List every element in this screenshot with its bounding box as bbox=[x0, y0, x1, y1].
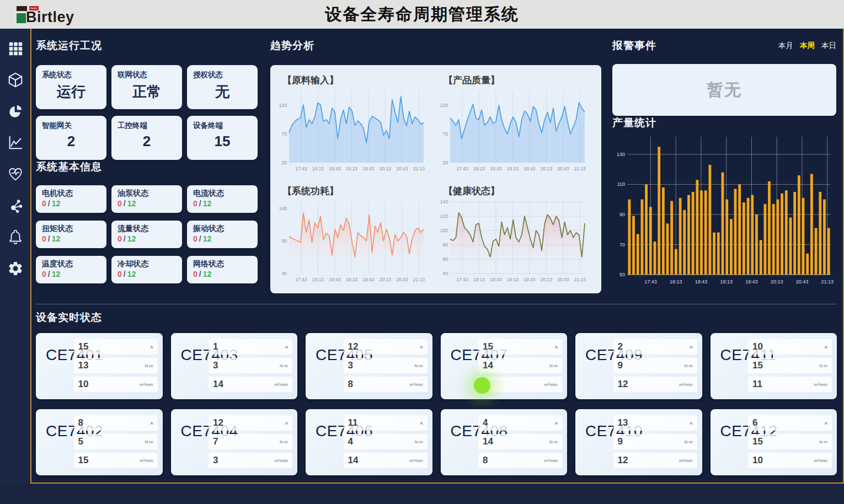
device-current-row: 12A bbox=[209, 415, 292, 431]
device-current-value: 15 bbox=[483, 341, 493, 352]
count-separator: / bbox=[46, 234, 52, 243]
device-torque-unit: N·m bbox=[549, 439, 558, 444]
device-flow-unit: m³/min bbox=[140, 382, 153, 387]
svg-text:19:13: 19:13 bbox=[346, 166, 358, 171]
device-current-unit: A bbox=[420, 421, 423, 426]
device-card-CE7406[interactable]: CE7406 11A 4N·m 14m³/min bbox=[306, 409, 432, 475]
sidebar-item-health-pulse[interactable] bbox=[7, 167, 24, 184]
device-values: 13A 9N·m 12m³/min bbox=[613, 415, 697, 471]
device-current-unit: A bbox=[150, 345, 153, 350]
status-card-3: 智能网关 2 bbox=[36, 116, 106, 160]
device-torque-row: 14N·m bbox=[478, 434, 562, 449]
svg-text:18:43: 18:43 bbox=[329, 166, 341, 171]
device-values: 2A 9N·m 12m³/min bbox=[613, 339, 697, 395]
sidebar-item-line-chart[interactable] bbox=[7, 135, 24, 153]
svg-text:20:13: 20:13 bbox=[380, 277, 392, 282]
info-card-label: 电流状态 bbox=[193, 189, 252, 199]
device-current-unit: A bbox=[285, 345, 288, 350]
production-bar bbox=[772, 204, 775, 275]
total-count: 12 bbox=[52, 270, 61, 278]
device-card-CE7405[interactable]: CE7405 12A 3N·m 8m³/min bbox=[306, 333, 432, 399]
svg-text:20:13: 20:13 bbox=[541, 277, 553, 282]
sidebar-item-molecule[interactable] bbox=[7, 198, 24, 216]
sidebar-item-bell[interactable] bbox=[7, 229, 24, 247]
device-values: 1A 3N·m 14m³/min bbox=[209, 339, 292, 395]
production-bar bbox=[632, 216, 635, 275]
right-column: 报警事件 本月本周本日 暂无 产量统计 13011090705017:4318:… bbox=[612, 39, 836, 289]
device-card-CE7407[interactable]: CE7407 15A 14N·m 3m³/min bbox=[441, 333, 568, 399]
production-bar bbox=[734, 189, 737, 275]
alarm-empty-card: 暂无 bbox=[612, 64, 836, 116]
production-bar bbox=[764, 204, 767, 275]
section-title-alarm: 报警事件 bbox=[612, 39, 656, 53]
device-current-value: 10 bbox=[752, 341, 763, 352]
production-bar bbox=[628, 200, 631, 275]
info-card-label: 冷却状态 bbox=[117, 259, 176, 269]
device-flow-value: 12 bbox=[618, 379, 628, 390]
device-card-CE7402[interactable]: CE7402 8A 5N·m 15m³/min bbox=[36, 409, 163, 475]
section-title-devices: 设备实时状态 bbox=[36, 310, 837, 325]
info-card-counts: 0/12 bbox=[193, 234, 252, 243]
sidebar-item-gear[interactable] bbox=[7, 261, 24, 278]
svg-text:17:43: 17:43 bbox=[644, 279, 657, 285]
device-card-CE7412[interactable]: CE7412 6A 15N·m 10m³/min bbox=[711, 409, 837, 475]
svg-text:140: 140 bbox=[440, 199, 448, 205]
status-card-value: 15 bbox=[193, 133, 252, 150]
device-card-CE7403[interactable]: CE7403 1A 3N·m 14m³/min bbox=[171, 333, 298, 399]
svg-text:40: 40 bbox=[282, 271, 287, 276]
alarm-period-tabs: 本月本周本日 bbox=[778, 41, 836, 51]
device-current-row: 6A bbox=[748, 415, 832, 431]
device-flow-row: 12m³/min bbox=[613, 453, 697, 468]
page-title: 设备全寿命周期管理系统 bbox=[0, 3, 844, 26]
sidebar-item-cube[interactable] bbox=[7, 72, 24, 90]
svg-text:120: 120 bbox=[440, 213, 448, 219]
device-flow-row: 15m³/min bbox=[74, 453, 158, 468]
device-card-CE7404[interactable]: CE7404 12A 7N·m 3m³/min bbox=[171, 409, 298, 475]
trend-chart-raw-input: 【原料输入】 120702017:4318:1318:4319:1319:432… bbox=[275, 68, 436, 179]
production-bar bbox=[806, 254, 809, 275]
device-values: 10A 15N·m 11m³/min bbox=[748, 339, 832, 395]
device-torque-unit: N·m bbox=[549, 363, 558, 368]
status-card-label: 系统状态 bbox=[42, 70, 100, 80]
svg-text:21:13: 21:13 bbox=[413, 277, 425, 282]
trend-chart-health-status: 【健康状态】 14012010080604017:4318:1318:4319:… bbox=[436, 179, 597, 290]
device-card-CE7409[interactable]: CE7409 2A 9N·m 12m³/min bbox=[575, 333, 702, 399]
sidebar-item-pie-chart[interactable] bbox=[7, 104, 24, 121]
total-count: 12 bbox=[203, 234, 212, 243]
device-flow-row: 14m³/min bbox=[344, 453, 428, 468]
device-card-CE7411[interactable]: CE7411 10A 15N·m 11m³/min bbox=[711, 333, 837, 399]
production-bar bbox=[823, 200, 826, 275]
info-card-1: 油泵状态 0/12 bbox=[111, 185, 182, 213]
svg-text:21:13: 21:13 bbox=[821, 279, 834, 285]
sidebar-item-apps-grid[interactable] bbox=[7, 41, 24, 58]
status-card-value: 无 bbox=[193, 82, 252, 101]
device-current-unit: A bbox=[690, 345, 692, 350]
device-card-CE7401[interactable]: CE7401 15A 13N·m 10m³/min bbox=[36, 333, 163, 399]
device-values: 8A 5N·m 15m³/min bbox=[74, 415, 158, 471]
status-card-value: 2 bbox=[117, 133, 176, 150]
section-title-basic-info: 系统基本信息 bbox=[36, 160, 263, 174]
device-card-CE7410[interactable]: CE7410 13A 9N·m 12m³/min bbox=[575, 409, 702, 475]
info-card-6: 温度状态 0/12 bbox=[36, 256, 106, 283]
svg-text:140: 140 bbox=[279, 206, 287, 211]
alarm-tab-本月[interactable]: 本月 bbox=[778, 41, 793, 51]
svg-text:21:13: 21:13 bbox=[574, 277, 586, 282]
device-torque-row: 14N·m bbox=[478, 358, 562, 373]
device-flow-unit: m³/min bbox=[814, 458, 827, 463]
production-bar bbox=[781, 194, 783, 275]
device-torque-value: 3 bbox=[213, 360, 218, 371]
device-flow-unit: m³/min bbox=[409, 458, 423, 463]
production-bar bbox=[810, 174, 813, 275]
device-torque-unit: N·m bbox=[819, 363, 827, 368]
device-card-CE7408[interactable]: CE7408 4A 14N·m 8m³/min bbox=[441, 409, 568, 475]
info-card-label: 扭矩状态 bbox=[42, 224, 100, 234]
device-current-row: 10A bbox=[748, 339, 832, 355]
alarm-empty-text: 暂无 bbox=[707, 79, 742, 101]
info-card-counts: 0/12 bbox=[42, 234, 100, 243]
alarm-tab-本周[interactable]: 本周 bbox=[800, 41, 815, 51]
status-card-value: 2 bbox=[42, 133, 100, 150]
count-separator: / bbox=[197, 270, 203, 278]
alarm-tab-本日[interactable]: 本日 bbox=[821, 41, 836, 51]
count-separator: / bbox=[197, 234, 203, 243]
device-current-value: 2 bbox=[618, 341, 623, 352]
